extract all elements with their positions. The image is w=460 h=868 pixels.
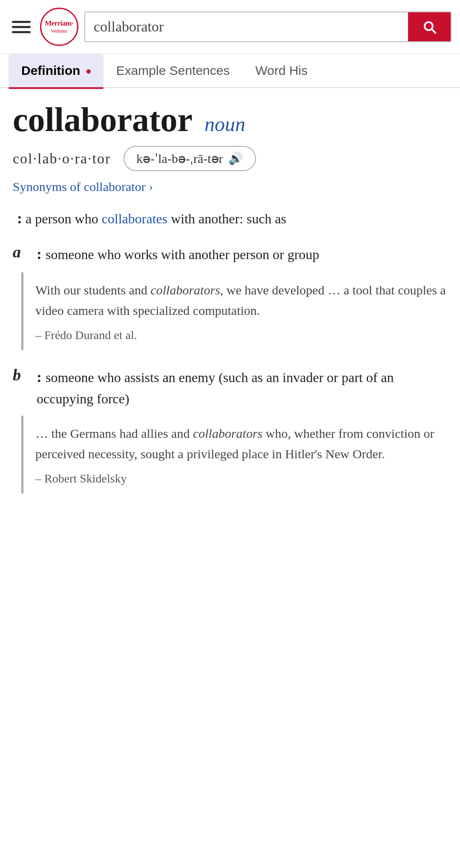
syllables: col·lab·o·ra·tor — [13, 151, 111, 167]
menu-bar-1 — [12, 21, 31, 23]
definition-section: : a person who collaborates with another… — [13, 207, 447, 494]
pronunciation-text: kə-ˈla-bə-ˌrā-tər — [136, 151, 223, 166]
search-input[interactable] — [85, 12, 408, 41]
search-bar — [84, 11, 451, 42]
word-header: collaborator noun col·lab·o·ra·tor kə-ˈl… — [13, 101, 447, 194]
quote-text-b: … the Germans had allies and collaborato… — [35, 423, 447, 464]
logo[interactable]: Merriam- Webster — [40, 8, 78, 46]
sub-definition-a: a : someone who works with another perso… — [13, 243, 447, 350]
menu-bar-2 — [12, 26, 31, 28]
chevron-right-icon: › — [149, 180, 153, 194]
sub-label-a: a — [13, 243, 30, 261]
word-title-line: collaborator noun — [13, 101, 447, 138]
synonyms-link[interactable]: Synonyms of collaborator › — [13, 180, 447, 194]
quote-text-a: With our students and collaborators, we … — [35, 280, 447, 321]
sub-def-b-header: b : someone who assists an enemy (such a… — [13, 365, 447, 409]
menu-button[interactable] — [9, 17, 34, 37]
menu-bar-3 — [12, 31, 31, 33]
search-icon — [421, 19, 437, 35]
tab-definition[interactable]: Definition — [9, 54, 104, 87]
logo-bottom-text: Webster — [51, 28, 68, 34]
def-colon-b: : — [37, 368, 46, 385]
syllable-pronunciation-line: col·lab·o·ra·tor kə-ˈla-bə-ˌrā-tər 🔊 — [13, 146, 447, 171]
quote-block-b: … the Germans had allies and collaborato… — [21, 416, 447, 494]
def-colon-main: : — [17, 210, 22, 227]
sub-def-a-header: a : someone who works with another perso… — [13, 243, 447, 266]
def-main-text-after: with another: such as — [171, 211, 286, 226]
main-content: collaborator noun col·lab·o·ra·tor kə-ˈl… — [0, 88, 460, 530]
tab-example-sentences[interactable]: Example Sentences — [104, 54, 243, 87]
collaborates-link[interactable]: collaborates — [102, 211, 168, 226]
speaker-icon[interactable]: 🔊 — [228, 151, 243, 166]
quote-author-a: Frédo Durand et al. — [35, 328, 137, 342]
pronunciation-box[interactable]: kə-ˈla-bə-ˌrā-tər 🔊 — [124, 146, 256, 171]
search-button[interactable] — [408, 12, 451, 41]
def-main-text-before: a person who — [26, 211, 102, 226]
sub-def-b-text: : someone who assists an enemy (such as … — [37, 365, 447, 409]
def-colon-a: : — [37, 246, 46, 263]
sub-label-b: b — [13, 365, 30, 384]
word-title: collaborator — [13, 101, 193, 138]
quote-block-a: With our students and collaborators, we … — [21, 272, 447, 350]
main-definition: : a person who collaborates with another… — [13, 207, 447, 230]
header: Merriam- Webster — [0, 0, 460, 54]
tab-word-history[interactable]: Word His — [242, 54, 320, 87]
active-tab-indicator — [86, 69, 91, 74]
tabs-nav: Definition Example Sentences Word His — [0, 54, 460, 88]
quote-author-b: Robert Skidelsky — [35, 472, 127, 485]
sub-def-a-text: : someone who works with another person … — [37, 243, 319, 266]
logo-top-text: Merriam- — [45, 19, 74, 28]
sub-definition-b: b : someone who assists an enemy (such a… — [13, 365, 447, 494]
part-of-speech: noun — [204, 113, 245, 135]
